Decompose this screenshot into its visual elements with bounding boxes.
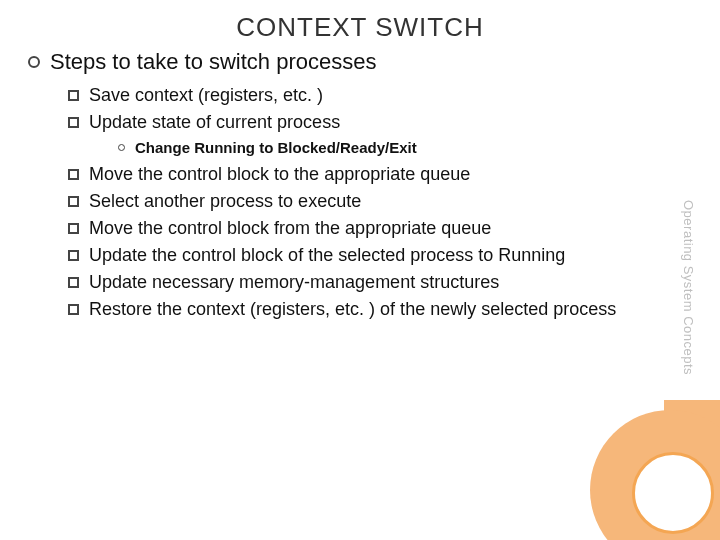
square-bullet-icon <box>68 196 79 207</box>
decoration-ring <box>632 452 714 534</box>
ring-bullet-icon <box>28 56 40 68</box>
square-bullet-icon <box>68 90 79 101</box>
slide-title: CONTEXT SWITCH <box>28 12 692 43</box>
bullet-lvl2: Update the control block of the selected… <box>68 245 692 266</box>
slide: CONTEXT SWITCH Steps to take to switch p… <box>0 0 720 540</box>
square-bullet-icon <box>68 223 79 234</box>
bullet-lvl2: Move the control block from the appropri… <box>68 218 692 239</box>
side-label: Operating System Concepts <box>681 200 696 375</box>
lvl2-text: Select another process to execute <box>89 191 361 212</box>
lvl3-text: Change Running to Blocked/Ready/Exit <box>135 139 417 156</box>
lvl2-text: Update the control block of the selected… <box>89 245 565 266</box>
bullet-lvl2: Select another process to execute <box>68 191 692 212</box>
square-bullet-icon <box>68 277 79 288</box>
bullet-lvl3: Change Running to Blocked/Ready/Exit <box>118 139 692 156</box>
lvl2-text: Save context (registers, etc. ) <box>89 85 323 106</box>
square-bullet-icon <box>68 169 79 180</box>
ring-bullet-icon <box>118 144 125 151</box>
lvl2-text: Move the control block from the appropri… <box>89 218 491 239</box>
bullet-lvl2: Restore the context (registers, etc. ) o… <box>68 299 692 320</box>
bullet-lvl2: Move the control block to the appropriat… <box>68 164 692 185</box>
bullet-lvl1: Steps to take to switch processes <box>28 49 692 75</box>
square-bullet-icon <box>68 304 79 315</box>
bullet-lvl2: Update necessary memory-management struc… <box>68 272 692 293</box>
lvl2-text: Update state of current process <box>89 112 340 133</box>
lvl2-text: Move the control block to the appropriat… <box>89 164 470 185</box>
bullet-lvl2: Update state of current process <box>68 112 692 133</box>
square-bullet-icon <box>68 117 79 128</box>
lvl1-text: Steps to take to switch processes <box>50 49 377 75</box>
lvl2-text: Update necessary memory-management struc… <box>89 272 499 293</box>
lvl2-text: Restore the context (registers, etc. ) o… <box>89 299 616 320</box>
bullet-lvl2: Save context (registers, etc. ) <box>68 85 692 106</box>
square-bullet-icon <box>68 250 79 261</box>
